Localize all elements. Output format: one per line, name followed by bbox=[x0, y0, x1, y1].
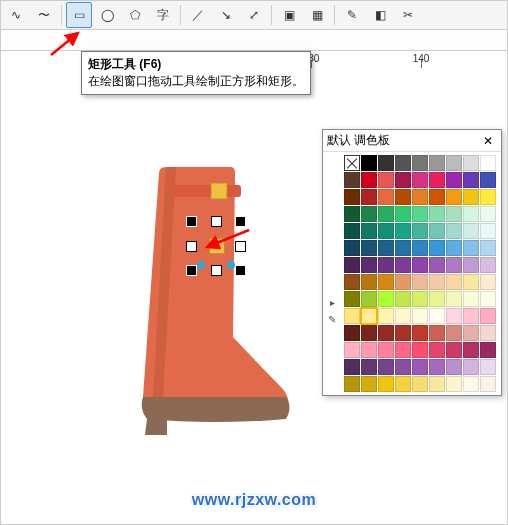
color-swatch[interactable] bbox=[429, 291, 445, 307]
color-swatch[interactable] bbox=[378, 240, 394, 256]
color-swatch[interactable] bbox=[395, 155, 411, 171]
color-swatch[interactable] bbox=[344, 206, 360, 222]
color-swatch[interactable] bbox=[378, 376, 394, 392]
color-swatch[interactable] bbox=[429, 257, 445, 273]
eyedropper-tool[interactable]: ✎ bbox=[339, 2, 365, 28]
color-swatch[interactable] bbox=[361, 257, 377, 273]
color-swatch[interactable] bbox=[480, 342, 496, 358]
color-swatch[interactable] bbox=[361, 206, 377, 222]
color-swatch[interactable] bbox=[429, 189, 445, 205]
color-palette-panel[interactable]: 默认 调色板 ✕ ▸ ✎ bbox=[322, 129, 502, 396]
color-swatch[interactable] bbox=[446, 359, 462, 375]
color-swatch[interactable] bbox=[480, 308, 496, 324]
color-swatch[interactable] bbox=[344, 240, 360, 256]
color-swatch[interactable] bbox=[361, 172, 377, 188]
color-swatch[interactable] bbox=[395, 223, 411, 239]
color-swatch[interactable] bbox=[429, 342, 445, 358]
color-swatch[interactable] bbox=[344, 308, 360, 324]
color-swatch[interactable] bbox=[463, 376, 479, 392]
color-swatch[interactable] bbox=[446, 257, 462, 273]
color-swatch[interactable] bbox=[378, 206, 394, 222]
connector-tool[interactable]: ↘ bbox=[213, 2, 239, 28]
color-swatch[interactable] bbox=[480, 223, 496, 239]
bezier-tool[interactable]: 〜 bbox=[31, 2, 57, 28]
color-swatch[interactable] bbox=[378, 308, 394, 324]
color-swatch[interactable] bbox=[446, 172, 462, 188]
handle-se[interactable] bbox=[235, 265, 246, 276]
color-swatch[interactable] bbox=[361, 155, 377, 171]
color-swatch[interactable] bbox=[429, 155, 445, 171]
color-swatch[interactable] bbox=[463, 155, 479, 171]
ellipse-tool[interactable]: ◯ bbox=[94, 2, 120, 28]
color-swatch[interactable] bbox=[361, 223, 377, 239]
color-swatch[interactable] bbox=[344, 274, 360, 290]
color-swatch[interactable] bbox=[395, 172, 411, 188]
color-swatch[interactable] bbox=[344, 172, 360, 188]
transparency-tool[interactable]: ▦ bbox=[304, 2, 330, 28]
color-swatch[interactable] bbox=[412, 155, 428, 171]
color-swatch[interactable] bbox=[361, 359, 377, 375]
color-swatch[interactable] bbox=[446, 376, 462, 392]
color-swatch[interactable] bbox=[378, 172, 394, 188]
polygon-tool[interactable]: ⬠ bbox=[122, 2, 148, 28]
color-swatch[interactable] bbox=[446, 342, 462, 358]
color-swatch[interactable] bbox=[463, 274, 479, 290]
color-swatch[interactable] bbox=[378, 274, 394, 290]
color-swatch[interactable] bbox=[480, 155, 496, 171]
color-swatch[interactable] bbox=[395, 240, 411, 256]
color-swatch[interactable] bbox=[412, 274, 428, 290]
handle-w[interactable] bbox=[186, 241, 197, 252]
color-swatch[interactable] bbox=[463, 359, 479, 375]
color-swatch[interactable] bbox=[463, 223, 479, 239]
color-swatch[interactable] bbox=[463, 308, 479, 324]
color-swatch[interactable] bbox=[361, 291, 377, 307]
collapse-icon[interactable]: ▸ bbox=[330, 297, 335, 308]
shadow-tool[interactable]: ▣ bbox=[276, 2, 302, 28]
color-swatch[interactable] bbox=[446, 291, 462, 307]
color-swatch[interactable] bbox=[480, 325, 496, 341]
color-swatch[interactable] bbox=[395, 291, 411, 307]
handle-s[interactable] bbox=[211, 265, 222, 276]
color-swatch[interactable] bbox=[344, 376, 360, 392]
color-swatch[interactable] bbox=[463, 206, 479, 222]
color-swatch[interactable] bbox=[480, 359, 496, 375]
color-swatch[interactable] bbox=[412, 223, 428, 239]
handle-n[interactable] bbox=[211, 216, 222, 227]
color-swatch[interactable] bbox=[412, 189, 428, 205]
color-swatch[interactable] bbox=[480, 274, 496, 290]
color-swatch[interactable] bbox=[361, 189, 377, 205]
color-swatch[interactable] bbox=[463, 240, 479, 256]
close-button[interactable]: ✕ bbox=[479, 134, 497, 148]
color-swatch[interactable] bbox=[429, 325, 445, 341]
color-swatch[interactable] bbox=[480, 240, 496, 256]
color-swatch[interactable] bbox=[378, 257, 394, 273]
color-swatch[interactable] bbox=[395, 206, 411, 222]
color-swatch[interactable] bbox=[395, 189, 411, 205]
dimension-tool[interactable]: ⤢ bbox=[241, 2, 267, 28]
color-swatch[interactable] bbox=[429, 240, 445, 256]
color-swatch[interactable] bbox=[463, 172, 479, 188]
freehand-tool[interactable]: ∿ bbox=[3, 2, 29, 28]
color-swatch[interactable] bbox=[361, 274, 377, 290]
color-swatch[interactable] bbox=[361, 325, 377, 341]
color-swatch[interactable] bbox=[480, 291, 496, 307]
color-swatch[interactable] bbox=[412, 308, 428, 324]
color-swatch[interactable] bbox=[463, 257, 479, 273]
handle-nw[interactable] bbox=[186, 216, 197, 227]
color-swatch[interactable] bbox=[378, 359, 394, 375]
color-swatch[interactable] bbox=[378, 189, 394, 205]
color-swatch[interactable] bbox=[480, 172, 496, 188]
color-swatch[interactable] bbox=[429, 359, 445, 375]
color-swatch[interactable] bbox=[395, 308, 411, 324]
color-swatch[interactable] bbox=[412, 291, 428, 307]
color-swatch[interactable] bbox=[412, 206, 428, 222]
color-swatch[interactable] bbox=[361, 376, 377, 392]
color-swatch[interactable] bbox=[395, 325, 411, 341]
color-swatch[interactable] bbox=[344, 342, 360, 358]
color-swatch[interactable] bbox=[344, 291, 360, 307]
color-swatch[interactable] bbox=[412, 376, 428, 392]
crop-tool[interactable]: ✂ bbox=[395, 2, 421, 28]
color-swatch[interactable] bbox=[446, 223, 462, 239]
handle-ne[interactable] bbox=[235, 216, 246, 227]
color-swatch[interactable] bbox=[446, 325, 462, 341]
